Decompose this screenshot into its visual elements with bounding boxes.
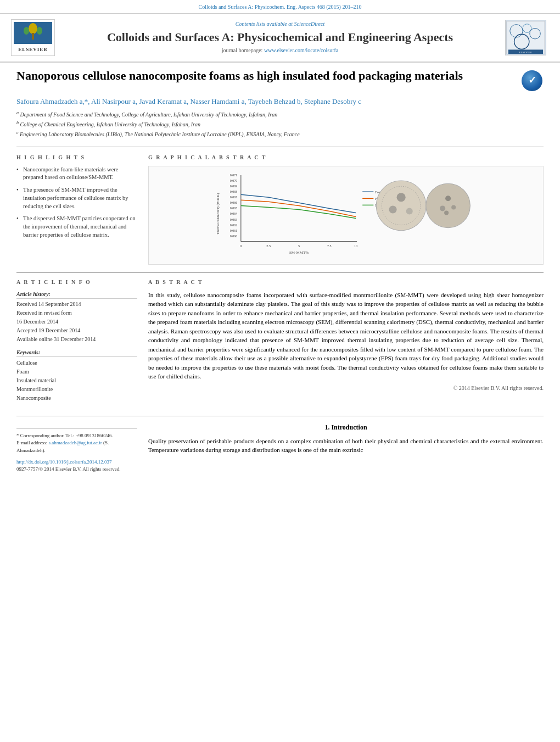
article-history: Article history: Received 14 September 2… [16,291,137,343]
svg-text:0.061: 0.061 [230,228,238,232]
svg-text:0.067: 0.067 [230,196,238,199]
sciencedirect-link[interactable]: ScienceDirect [294,21,324,27]
graphical-abstract-col: G R A P H I C A L A B S T R A C T 0.071 … [148,154,544,265]
abstract-col: A B S T R A C T In this study, cellulose… [148,278,544,408]
keywords-label: Keywords: [16,349,137,357]
accepted-date: Accepted 19 December 2014 [16,327,137,334]
svg-point-40 [376,181,426,231]
svg-text:0.069: 0.069 [230,185,238,188]
svg-point-42 [397,193,406,202]
top-citation-bar: Colloids and Surfaces A: Physicochem. En… [0,0,560,14]
svg-point-44 [389,205,396,213]
affiliation-a: a Department of Food Science and Technol… [16,110,544,119]
svg-text:5: 5 [298,244,300,248]
introduction-section: * Corresponding author. Tel.: +98 091318… [16,416,544,473]
keywords-section: Keywords: Cellulose Foam Insulated mater… [16,349,137,403]
svg-text:0: 0 [240,244,242,248]
abstract-copyright: © 2014 Elsevier B.V. All rights reserved… [148,384,544,392]
page: Colloids and Surfaces A: Physicochem. En… [0,0,560,742]
svg-text:0.066: 0.066 [230,201,238,204]
keyword-3: Insulated material [16,376,137,385]
highlight-item-3: The dispersed SM-MMT particles cooperate… [16,215,137,239]
info-abstract-row: A R T I C L E I N F O Article history: R… [16,272,544,408]
graphical-abstract-svg: 0.071 0.070 0.069 0.068 0.067 0.066 0.06… [152,170,540,261]
available-date: Available online 31 December 2014 [16,336,137,343]
email-link[interactable]: s.ahmadzadeh@ag.iut.ac.ir [48,440,102,445]
intro-text: Quality preservation of perishable produ… [148,437,544,455]
svg-text:0.063: 0.063 [230,217,238,221]
affil-text-b: College of Chemical Engineering, Isfahan… [20,121,200,127]
article-title: Nanoporous cellulose nanocomposite foams… [16,68,516,84]
highlights-col: H I G H L I G H T S Nanocomposite foam-l… [16,154,137,265]
svg-text:7.5: 7.5 [327,244,332,248]
svg-point-48 [440,205,445,211]
svg-text:SM-MMT%: SM-MMT% [289,250,309,255]
email-note: E-mail address: s.ahmadzadeh@ag.iut.ac.i… [16,439,137,454]
journal-header: ELSEVIER Contents lists available at Sci… [0,14,560,63]
highlight-item-2: The presence of SM-MMT improved the insu… [16,186,137,210]
intro-left-col: * Corresponding author. Tel.: +98 091318… [16,423,137,473]
affil-text-a: Department of Food Science and Technolog… [20,111,278,118]
journal-thumbnail: ELSEVIER [505,20,549,55]
svg-text:0.068: 0.068 [230,190,238,193]
received-revised-label: Received in revised form [16,309,137,317]
journal-citation: Colloids and Surfaces A: Physicochem. En… [199,4,362,10]
authors-line: Safoura Ahmadzadeh a,*, Ali Nasirpour a,… [16,97,544,107]
keyword-5: Nanocomposite [16,394,137,403]
svg-point-4 [37,27,42,35]
journal-center: Contents lists available at ScienceDirec… [60,20,500,54]
svg-point-49 [444,210,449,215]
svg-point-43 [406,208,413,214]
contents-available-line: Contents lists available at ScienceDirec… [60,20,500,28]
article-content: Nanoporous cellulose nanocomposite foams… [0,63,560,484]
keyword-2: Foam [16,367,137,376]
article-info-col: A R T I C L E I N F O Article history: R… [16,278,137,408]
doi-section: http://dx.doi.org/10.1016/j.colsurfa.201… [16,459,137,472]
homepage-url[interactable]: www.elsevier.com/locate/colsurfa [264,47,338,53]
email-label: E-mail address: [16,440,47,445]
svg-point-47 [451,205,456,209]
affiliations: a Department of Food Science and Technol… [16,110,544,139]
svg-text:10: 10 [354,244,357,248]
crossmark-icon: ✓ [522,70,542,91]
journal-homepage: journal homepage: www.elsevier.com/locat… [60,47,500,54]
corresponding-note: * Corresponding author. Tel.: +98 091318… [16,432,137,440]
received-date: Received 14 September 2014 [16,300,137,308]
affiliation-c: c Engineering Laboratory Biomolecules (L… [16,130,544,138]
svg-text:0.071: 0.071 [230,174,238,177]
keyword-1: Cellulose [16,359,137,367]
graphical-abstract-image: 0.071 0.070 0.069 0.068 0.067 0.066 0.06… [148,166,544,265]
svg-text:0.070: 0.070 [230,179,238,182]
article-info-heading: A R T I C L E I N F O [16,278,137,286]
highlight-item-1: Nanocomposite foam-like materials were p… [16,166,137,182]
journal-cover-svg: ELSEVIER [506,20,546,55]
elsevier-wordmark: ELSEVIER [14,46,52,53]
svg-text:0.064: 0.064 [230,212,238,215]
affil-sup-a: a [16,110,19,115]
journal-cover-image: ELSEVIER [505,20,546,55]
svg-point-45 [426,183,470,227]
authors-text: Safoura Ahmadzadeh a,*, Ali Nasirpour a,… [16,97,361,105]
abstract-heading: A B S T R A C T [148,278,544,286]
svg-text:2.5: 2.5 [266,244,271,248]
doi-url[interactable]: http://dx.doi.org/10.1016/j.colsurfa.201… [16,459,137,466]
history-label: Article history: [16,291,137,299]
journal-title: Colloids and Surfaces A: Physicochemical… [60,30,500,44]
intro-heading: 1. Introduction [148,423,544,432]
svg-text:0.060: 0.060 [230,235,238,238]
svg-text:ELSEVIER: ELSEVIER [519,51,533,54]
article-title-section: Nanoporous cellulose nanocomposite foams… [16,68,544,91]
svg-text:0.062: 0.062 [230,223,238,226]
highlights-graphical-row: H I G H L I G H T S Nanocomposite foam-l… [16,147,544,265]
highlights-heading: H I G H L I G H T S [16,154,137,161]
intro-right-col: 1. Introduction Quality preservation of … [148,423,544,473]
elsevier-logo-left: ELSEVIER [11,19,55,56]
affil-sup-b: b [16,120,19,125]
affil-sup-c: c [16,130,19,135]
abstract-text: In this study, cellulose nanocomposite f… [148,291,544,381]
svg-rect-2 [32,33,34,40]
svg-point-3 [24,27,29,35]
affil-text-c: Engineering Laboratory Biomolecules (LIB… [20,132,300,138]
keywords-list: Cellulose Foam Insulated material Montmo… [16,359,137,403]
svg-point-46 [445,196,451,201]
